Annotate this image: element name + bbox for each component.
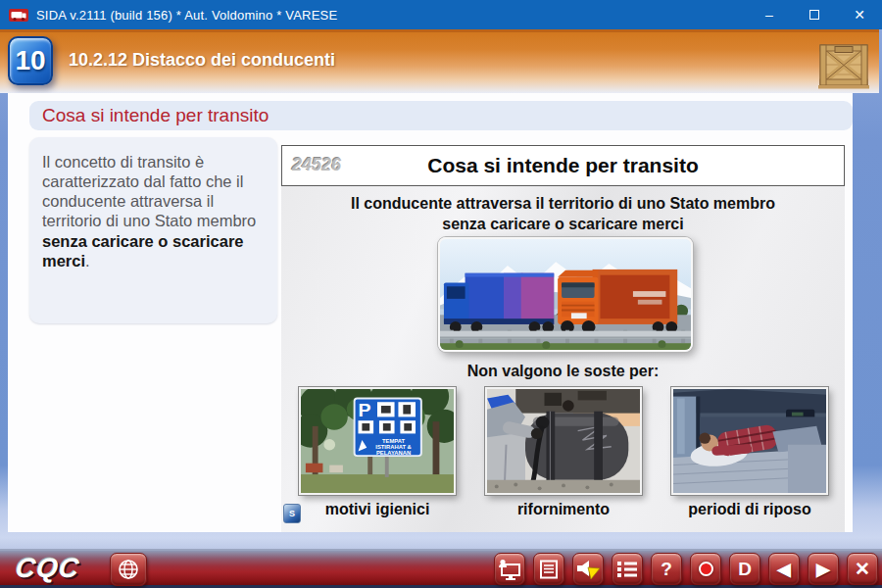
sign-text-line1: TEMPAT (382, 438, 406, 444)
back-arrow-icon: ◀ (777, 559, 791, 580)
screen-button[interactable] (494, 553, 525, 585)
description-period: . (85, 252, 90, 270)
slide-title-bar: 24526 Cosa si intende per transito (281, 145, 845, 186)
refueling-photo (487, 389, 640, 493)
text-button[interactable] (533, 553, 564, 585)
question-mark-icon: ? (661, 559, 672, 580)
slide-subtitle-line2: senza caricare o scaricare merci (281, 215, 845, 235)
window-controls: – ✕ (747, 0, 882, 29)
page-heading-label: Cosa si intende per transito (42, 105, 269, 126)
sleeping-driver-photo (673, 389, 826, 493)
record-button[interactable] (690, 553, 721, 585)
record-icon (699, 562, 713, 576)
resting-photo-card (671, 387, 828, 495)
chapter-badge: 10 (8, 36, 53, 85)
help-button[interactable]: ? (651, 553, 682, 585)
refueling-photo-card (485, 387, 642, 495)
content-panel: Cosa si intende per transito Il concetto… (8, 93, 853, 532)
sida-truck-icon (9, 8, 28, 23)
caption-motivi-igienici: motivi igienici (299, 501, 456, 518)
app-window: SIDA v.2111 (build 156) * Aut. Voldomino… (0, 0, 882, 588)
sida-mini-letter: S (289, 509, 295, 518)
monitor-icon (498, 559, 521, 580)
trucks-photo (438, 237, 693, 352)
back-button[interactable]: ◀ (768, 553, 800, 585)
slide-code: 24526 (292, 155, 341, 175)
chapter-number: 10 (15, 45, 45, 76)
exit-icon: ✕ (855, 558, 870, 580)
dictionary-icon: D (738, 559, 752, 580)
slide-title: Cosa si intende per transito (282, 154, 844, 177)
slide-subtitle: Il conducente attraversa il territorio d… (281, 194, 845, 235)
globe-icon (117, 558, 140, 581)
trucks-highway-scene (440, 239, 691, 350)
minimize-icon: – (765, 7, 773, 23)
sida-slide-logo-icon: S (283, 504, 301, 523)
exit-button[interactable]: ✕ (847, 553, 878, 585)
maximize-icon (809, 10, 819, 20)
titlebar: SIDA v.2111 (build 156) * Aut. Voldomino… (0, 0, 882, 29)
close-icon: ✕ (854, 7, 865, 23)
rest-area-photo-card: P TEMPAT ISTIRAHAT & PELAYANAN (299, 387, 456, 495)
sign-text-line3: PELAYANAN (376, 450, 411, 456)
sign-text-line2: ISTIRAHAT & (375, 444, 412, 450)
lesson-title: 10.2.12 Distacco dei conducenti (69, 50, 335, 71)
rest-area-sign-photo: P TEMPAT ISTIRAHAT & PELAYANAN (301, 389, 454, 493)
audio-button[interactable] (572, 553, 604, 585)
close-button[interactable]: ✕ (837, 0, 882, 29)
list-icon (616, 561, 638, 578)
window-title: SIDA v.2111 (build 156) * Aut. Voldomino… (36, 8, 337, 23)
slide-note: Non valgono le soste per: (281, 363, 845, 380)
minimize-button[interactable]: – (747, 0, 792, 29)
bottom-toolbar: CQC (0, 549, 882, 588)
cqc-logo: CQC (14, 553, 81, 584)
document-icon (539, 560, 559, 579)
parking-letter: P (359, 401, 371, 421)
maximize-button[interactable] (792, 0, 837, 29)
slide-panel: 24526 Cosa si intende per transito Il co… (281, 145, 845, 532)
lesson-description: Il concetto di transito è caratterizzato… (29, 137, 277, 323)
speaker-icon (575, 558, 601, 581)
globe-button[interactable] (110, 553, 147, 586)
caption-periodi-riposo: periodi di riposo (671, 501, 828, 518)
crate-icon (818, 42, 869, 89)
page-heading: Cosa si intende per transito (29, 101, 853, 130)
list-button[interactable] (612, 553, 643, 585)
caption-rifornimento: rifornimento (485, 501, 642, 518)
slide-subtitle-line1: Il conducente attraversa il territorio d… (281, 194, 845, 215)
forward-arrow-icon: ▶ (816, 559, 830, 580)
description-bold-text: senza caricare o scaricare merci (42, 232, 244, 270)
toolbar-buttons: ? D ◀ ▶ ✕ (494, 553, 878, 585)
description-text: Il concetto di transito è caratterizzato… (42, 153, 256, 229)
forward-button[interactable]: ▶ (808, 553, 839, 585)
dictionary-button[interactable]: D (729, 553, 760, 585)
lesson-header: 10 10.2.12 Distacco dei conducenti (0, 29, 879, 93)
